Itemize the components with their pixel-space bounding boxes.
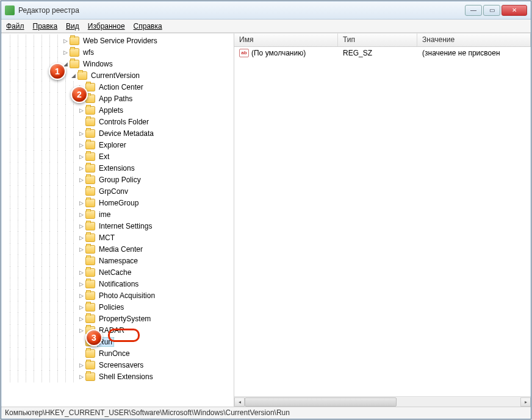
tree-item[interactable]: ▷Extensions — [4, 162, 234, 174]
maximize-button[interactable]: ▭ — [483, 5, 500, 16]
menu-help[interactable]: Справка — [134, 22, 162, 30]
expand-toggle-icon[interactable]: ▷ — [77, 374, 85, 380]
folder-icon — [85, 268, 95, 277]
tree-item[interactable]: ▷Applets — [4, 104, 234, 116]
expand-toggle-icon[interactable]: ▷ — [77, 223, 85, 229]
tree-item[interactable]: ▷Screensavers — [4, 359, 234, 371]
expand-toggle-icon[interactable]: ◢ — [70, 73, 77, 79]
tree-item[interactable]: ▷Policies — [4, 301, 234, 313]
tree-item-label: wfs — [81, 48, 96, 57]
expand-toggle-icon[interactable]: ▷ — [77, 327, 85, 333]
tree-item-label: Shell Extensions — [97, 372, 155, 382]
tree-item[interactable]: ▷HomeGroup — [4, 197, 234, 208]
expand-toggle-icon[interactable]: ▷ — [77, 246, 85, 252]
tree-item[interactable]: ◢CurrentVersion — [4, 69, 234, 81]
col-header-name[interactable]: Имя — [234, 34, 338, 46]
values-list[interactable]: ab(По умолчанию) REG_SZ (значение не при… — [234, 47, 531, 396]
expand-toggle-icon[interactable]: ▷ — [77, 235, 85, 241]
tree-item-label: Namespace — [97, 256, 140, 266]
expand-toggle-icon[interactable]: ▷ — [77, 177, 85, 183]
scroll-left-button[interactable]: ◂ — [234, 397, 245, 407]
expand-toggle-icon[interactable]: ▷ — [77, 200, 85, 206]
tree-item[interactable]: Run — [4, 336, 234, 347]
menu-view[interactable]: Вид — [66, 22, 79, 30]
tree-item[interactable]: ▷App Paths — [4, 93, 234, 104]
expand-toggle-icon[interactable]: ▷ — [77, 362, 85, 368]
menu-file[interactable]: Файл — [6, 22, 24, 30]
close-button[interactable]: ✕ — [501, 5, 527, 16]
folder-icon — [85, 83, 95, 91]
col-header-value[interactable]: Значение — [417, 34, 531, 46]
folder-icon — [85, 141, 95, 149]
expand-toggle-icon[interactable]: ▷ — [77, 107, 85, 113]
tree-item[interactable]: ▷Ext — [4, 151, 234, 162]
values-pane: Имя Тип Значение ab(По умолчанию) REG_SZ… — [234, 34, 531, 407]
tree-item[interactable]: ▷RADAR — [4, 324, 234, 336]
scroll-track[interactable] — [245, 397, 520, 407]
tree-item[interactable]: RunOnce — [4, 347, 234, 359]
expand-toggle-icon[interactable]: ▷ — [77, 96, 85, 102]
tree-item-label: Windows — [81, 59, 115, 69]
expand-toggle-icon[interactable]: ▷ — [77, 269, 85, 276]
tree-item[interactable]: ▷Explorer — [4, 139, 234, 151]
tree-item[interactable]: ▷NetCache — [4, 266, 234, 278]
tree-item[interactable]: ▷Action Center — [4, 81, 234, 93]
expand-toggle-icon[interactable]: ▷ — [77, 84, 85, 90]
folder-icon — [85, 152, 95, 161]
value-row[interactable]: ab(По умолчанию) REG_SZ (значение не при… — [234, 47, 531, 59]
tree-item[interactable]: ▷Shell Extensions — [4, 371, 234, 382]
expand-toggle-icon[interactable]: ▷ — [62, 38, 69, 44]
tree-item[interactable]: ▷PropertySystem — [4, 313, 234, 324]
expand-toggle-icon[interactable]: ▷ — [77, 154, 85, 160]
folder-icon — [70, 37, 79, 45]
tree-item-label: Policies — [97, 302, 126, 312]
values-header: Имя Тип Значение — [234, 34, 531, 47]
tree-item[interactable]: ▷Photo Acquisition — [4, 290, 234, 301]
tree-item[interactable]: ◢Windows — [4, 58, 234, 69]
folder-icon — [85, 106, 95, 115]
tree-item[interactable]: Namespace — [4, 255, 234, 266]
expand-toggle-icon[interactable]: ▷ — [77, 293, 85, 299]
tree-item[interactable]: ▷Media Center — [4, 243, 234, 255]
tree-item[interactable]: ▷Device Metadata — [4, 127, 234, 139]
expand-toggle-icon[interactable]: ◢ — [62, 61, 69, 67]
tree-item[interactable]: ▷Group Policy — [4, 174, 234, 185]
minimize-button[interactable]: — — [465, 5, 482, 16]
expand-toggle-icon[interactable]: ▷ — [77, 142, 85, 148]
tree-item[interactable]: ▷Web Service Providers — [4, 35, 234, 46]
window-buttons: — ▭ ✕ — [465, 5, 527, 16]
folder-icon — [85, 118, 95, 126]
folder-icon — [85, 210, 95, 219]
scroll-thumb[interactable] — [245, 397, 397, 407]
expand-toggle-icon[interactable]: ▷ — [77, 316, 85, 322]
expand-toggle-icon[interactable]: ▷ — [77, 212, 85, 218]
menu-favorites[interactable]: Избранное — [88, 22, 125, 30]
scroll-right-button[interactable]: ▸ — [520, 397, 531, 407]
regedit-icon — [5, 5, 15, 15]
window-frame: Редактор реестра — ▭ ✕ Файл Правка Вид И… — [1, 1, 531, 419]
string-value-icon: ab — [239, 49, 249, 57]
tree-item[interactable]: GrpConv — [4, 185, 234, 197]
titlebar[interactable]: Редактор реестра — ▭ ✕ — [1, 1, 531, 20]
expand-toggle-icon[interactable]: ▷ — [77, 304, 85, 310]
folder-icon — [85, 233, 95, 242]
folder-icon — [85, 257, 95, 265]
tree-item[interactable]: ▷wfs — [4, 46, 234, 58]
expand-toggle-icon[interactable]: ▷ — [77, 281, 85, 287]
expand-toggle-icon[interactable]: ▷ — [77, 130, 85, 137]
tree-item[interactable]: Controls Folder — [4, 116, 234, 127]
tree-item-label: Extensions — [97, 163, 137, 173]
tree-item-label: CurrentVersion — [89, 71, 142, 80]
tree-item[interactable]: ▷MCT — [4, 232, 234, 243]
tree-item-label: HomeGroup — [97, 198, 140, 208]
tree-item[interactable]: ▷Internet Settings — [4, 220, 234, 232]
expand-toggle-icon[interactable]: ▷ — [62, 49, 69, 55]
tree-pane[interactable]: ▷Web Service Providers▷wfs◢Windows◢Curre… — [1, 34, 234, 407]
tree-item-label: Internet Settings — [97, 221, 154, 231]
expand-toggle-icon[interactable]: ▷ — [77, 165, 85, 171]
tree-item[interactable]: ▷Notifications — [4, 278, 234, 290]
tree-item[interactable]: ▷ime — [4, 208, 234, 220]
menu-edit[interactable]: Правка — [33, 22, 58, 30]
horizontal-scrollbar[interactable]: ◂ ▸ — [234, 396, 531, 407]
col-header-type[interactable]: Тип — [338, 34, 417, 46]
